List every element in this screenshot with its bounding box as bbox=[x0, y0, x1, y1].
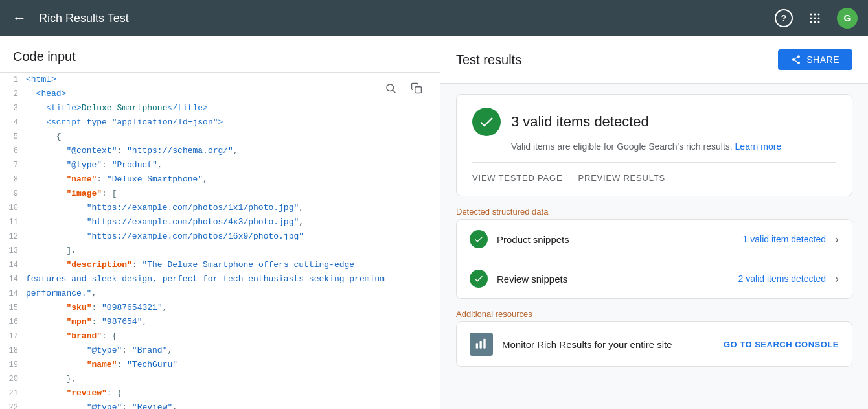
valid-check-icon bbox=[472, 108, 501, 136]
share-button[interactable]: SHARE bbox=[778, 49, 852, 70]
left-panel: Code input 1<html>2 <head>3 <title>Delux… bbox=[0, 36, 440, 409]
line-content: "review": { bbox=[26, 386, 440, 401]
resources-card: Monitor Rich Results for your entire sit… bbox=[456, 321, 852, 367]
detected-section-label: Detected structured data bbox=[456, 207, 852, 216]
code-line: 3 <title>Deluxe Smartphone</title> bbox=[0, 101, 440, 115]
product-snippets-label: Product snippets bbox=[497, 234, 734, 245]
right-panel: Test results SHARE 3 valid items detecte… bbox=[440, 36, 868, 409]
svg-point-4 bbox=[814, 18, 816, 19]
top-bar: ← Rich Results Test ? G bbox=[0, 0, 868, 36]
summary-title: 3 valid items detected bbox=[511, 113, 649, 130]
review-snippets-row[interactable]: Review snippets 2 valid items detected › bbox=[457, 259, 852, 298]
svg-point-8 bbox=[818, 21, 820, 23]
code-toolbar bbox=[380, 78, 427, 99]
code-line: 7 "@type": "Product", bbox=[0, 158, 440, 172]
code-line: 14performance.", bbox=[0, 286, 440, 301]
line-number: 5 bbox=[0, 130, 26, 144]
summary-actions: VIEW TESTED PAGE PREVIEW RESULTS bbox=[472, 162, 836, 183]
right-content: 3 valid items detected Valid items are e… bbox=[440, 84, 868, 377]
line-number: 17 bbox=[0, 329, 26, 344]
svg-point-3 bbox=[810, 18, 812, 19]
line-number: 10 bbox=[0, 201, 26, 215]
line-content: "@context": "https://schema.org/", bbox=[26, 144, 440, 158]
line-content: features and sleek design, perfect for t… bbox=[26, 272, 440, 286]
svg-point-6 bbox=[810, 21, 812, 23]
summary-description: Valid items are eligible for Google Sear… bbox=[511, 141, 836, 152]
resources-section: Additional resources Monitor Rich Result… bbox=[456, 309, 852, 367]
learn-more-link[interactable]: Learn more bbox=[735, 141, 782, 152]
line-number: 14 bbox=[0, 286, 26, 301]
product-chevron-icon: › bbox=[835, 233, 839, 246]
top-bar-icons: ? G bbox=[775, 8, 858, 29]
line-number: 8 bbox=[0, 172, 26, 187]
svg-point-5 bbox=[818, 18, 820, 19]
summary-card: 3 valid items detected Valid items are e… bbox=[456, 94, 852, 196]
code-line: 5 { bbox=[0, 130, 440, 144]
user-avatar[interactable]: G bbox=[837, 8, 858, 29]
line-content: "brand": { bbox=[26, 329, 440, 344]
search-icon[interactable] bbox=[380, 78, 401, 99]
copy-icon[interactable] bbox=[406, 78, 427, 99]
line-content: "mpn": "987654", bbox=[26, 315, 440, 329]
svg-rect-14 bbox=[483, 339, 485, 349]
code-line: 13 ], bbox=[0, 244, 440, 258]
svg-rect-12 bbox=[476, 343, 478, 348]
svg-rect-11 bbox=[415, 87, 422, 93]
line-number: 1 bbox=[0, 73, 26, 87]
line-content: <head> bbox=[26, 87, 440, 101]
review-chevron-icon: › bbox=[835, 272, 839, 286]
line-content: <title>Deluxe Smartphone</title> bbox=[26, 101, 440, 115]
view-tested-page-link[interactable]: VIEW TESTED PAGE bbox=[472, 173, 562, 183]
back-button[interactable]: ← bbox=[10, 9, 29, 27]
code-line: 4 <script type="application/ld+json"> bbox=[0, 115, 440, 130]
code-line: 20 }, bbox=[0, 372, 440, 386]
help-icon[interactable]: ? bbox=[775, 9, 793, 27]
svg-point-2 bbox=[818, 14, 820, 16]
line-number: 21 bbox=[0, 386, 26, 401]
product-snippets-row[interactable]: Product snippets 1 valid item detected › bbox=[457, 220, 852, 259]
product-snippets-status: 1 valid item detected bbox=[743, 234, 826, 244]
app-title: Rich Results Test bbox=[39, 12, 764, 25]
line-content: "https://example.com/photos/1x1/photo.jp… bbox=[26, 201, 440, 215]
code-line: 17 "brand": { bbox=[0, 329, 440, 344]
summary-desc-text: Valid items are eligible for Google Sear… bbox=[511, 141, 735, 152]
svg-rect-13 bbox=[480, 341, 482, 349]
line-content: "https://example.com/photos/4x3/photo.jp… bbox=[26, 215, 440, 229]
detected-section: Detected structured data Product snippet… bbox=[456, 207, 852, 299]
line-number: 15 bbox=[0, 301, 26, 315]
code-line: 6 "@context": "https://schema.org/", bbox=[0, 144, 440, 158]
code-line: 21 "review": { bbox=[0, 386, 440, 401]
svg-point-1 bbox=[814, 14, 816, 16]
grid-icon[interactable] bbox=[806, 9, 824, 27]
line-content: "@type": "Product", bbox=[26, 158, 440, 172]
review-snippets-label: Review snippets bbox=[497, 274, 729, 285]
line-number: 4 bbox=[0, 115, 26, 130]
review-snippets-status: 2 valid items detected bbox=[738, 274, 826, 284]
line-content: <html> bbox=[26, 73, 440, 87]
product-check-icon bbox=[470, 230, 488, 248]
code-line: 22 "@type": "Review", bbox=[0, 401, 440, 409]
preview-results-link[interactable]: PREVIEW RESULTS bbox=[578, 173, 665, 183]
line-number: 14 bbox=[0, 258, 26, 272]
line-number: 14 bbox=[0, 272, 26, 286]
line-number: 9 bbox=[0, 187, 26, 201]
code-line: 18 "@type": "Brand", bbox=[0, 344, 440, 358]
svg-point-7 bbox=[814, 21, 816, 23]
go-to-search-console-link[interactable]: GO TO SEARCH CONSOLE bbox=[724, 340, 839, 349]
code-line: 9 "image": [ bbox=[0, 187, 440, 201]
svg-point-0 bbox=[810, 14, 812, 16]
code-area[interactable]: 1<html>2 <head>3 <title>Deluxe Smartphon… bbox=[0, 73, 440, 409]
code-line: 19 "name": "TechGuru" bbox=[0, 358, 440, 372]
code-lines: 1<html>2 <head>3 <title>Deluxe Smartphon… bbox=[0, 73, 440, 409]
line-number: 6 bbox=[0, 144, 26, 158]
code-line: 15 "sku": "0987654321", bbox=[0, 301, 440, 315]
code-line: 16 "mpn": "987654", bbox=[0, 315, 440, 329]
search-console-label: Monitor Rich Results for your entire sit… bbox=[502, 339, 714, 350]
line-number: 19 bbox=[0, 358, 26, 372]
line-number: 11 bbox=[0, 215, 26, 229]
code-line: 12 "https://example.com/photos/16x9/phot… bbox=[0, 229, 440, 244]
line-content: "@type": "Review", bbox=[26, 401, 440, 409]
code-input-title: Code input bbox=[13, 49, 76, 64]
line-content: }, bbox=[26, 372, 440, 386]
line-number: 2 bbox=[0, 87, 26, 101]
